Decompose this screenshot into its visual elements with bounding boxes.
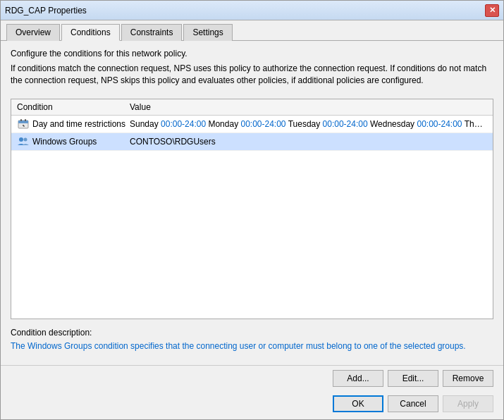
value-text5: Thursd... [462, 119, 487, 129]
close-button[interactable]: ✕ [485, 4, 499, 17]
edit-button[interactable]: Edit... [388, 370, 438, 387]
conditions-table: Condition Value [11, 99, 493, 319]
condition-desc-text: The Windows Groups condition specifies t… [11, 340, 493, 352]
row-value: Sunday 00:00-24:00 Monday 00:00-24:00 Tu… [130, 119, 487, 129]
value-blue-text4: 00:00-24:00 [417, 119, 462, 129]
cancel-button[interactable]: Cancel [388, 395, 438, 412]
condition-desc-label: Condition description: [11, 328, 493, 338]
action-buttons-row: Add... Edit... Remove [1, 365, 503, 391]
column-header-value: Value [130, 102, 487, 112]
row-value: CONTOSO\RDGUsers [130, 137, 487, 147]
table-row[interactable]: Day and time restrictions Sunday 00:00-2… [11, 116, 493, 133]
tab-conditions[interactable]: Conditions [61, 24, 120, 41]
dialog-buttons-row: OK Cancel Apply [1, 391, 503, 419]
svg-point-7 [24, 138, 27, 142]
value-blue-text3: 00:00-24:00 [323, 119, 368, 129]
value-blue-text2: 00:00-24:00 [240, 119, 285, 129]
tabs-bar: Overview Conditions Constraints Settings [1, 20, 503, 41]
value-text: Sunday [130, 119, 161, 129]
apply-button: Apply [443, 395, 493, 412]
svg-rect-1 [18, 121, 28, 123]
window-title: RDG_CAP Properties [5, 6, 87, 16]
group-icon [17, 135, 30, 148]
value-blue-text: 00:00-24:00 [161, 119, 206, 129]
main-window: RDG_CAP Properties ✕ Overview Conditions… [0, 0, 504, 420]
add-button[interactable]: Add... [333, 370, 383, 387]
value-text3: Tuesday [286, 119, 323, 129]
condition-description-section: Condition description: The Windows Group… [11, 328, 493, 352]
tab-overview[interactable]: Overview [6, 24, 60, 41]
column-header-condition: Condition [17, 102, 130, 112]
svg-rect-3 [25, 119, 26, 121]
row-condition-label: Day and time restrictions [32, 119, 130, 129]
value-text2: Monday [206, 119, 240, 129]
svg-rect-2 [20, 119, 22, 121]
table-header: Condition Value [11, 99, 493, 116]
table-row[interactable]: Windows Groups CONTOSO\RDGUsers [11, 133, 493, 151]
title-bar: RDG_CAP Properties ✕ [1, 1, 503, 20]
remove-button[interactable]: Remove [443, 370, 493, 387]
row-condition-label: Windows Groups [32, 137, 130, 147]
table-body: Day and time restrictions Sunday 00:00-2… [11, 116, 493, 319]
svg-point-6 [19, 137, 23, 142]
ok-button[interactable]: OK [333, 395, 383, 412]
description-line2: If conditions match the connection reque… [11, 63, 493, 87]
description-section: Configure the conditions for this networ… [11, 48, 493, 89]
clock-icon [17, 118, 30, 130]
tab-content: Configure the conditions for this networ… [1, 41, 503, 359]
value-text4: Wednesday [368, 119, 417, 129]
description-line1: Configure the conditions for this networ… [11, 48, 493, 60]
tab-constraints[interactable]: Constraints [121, 24, 183, 41]
tab-settings[interactable]: Settings [183, 24, 232, 41]
